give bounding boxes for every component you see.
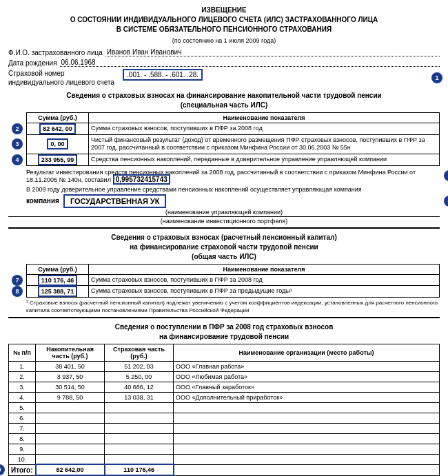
section3-row-8: 9.: [9, 444, 440, 454]
section2-header: Сведения о страховых взносах (расчетный …: [8, 233, 440, 262]
portfolio-label: (наименование инвестиционного портфеля): [8, 218, 440, 225]
s3-nakop-7: [36, 433, 105, 444]
section1-row-2: 4 233 955, 99 Средства пенсионных накопл…: [27, 154, 440, 166]
s3-strah-6: [105, 423, 174, 433]
section1-header: Сведения о страховых взносах на финансир…: [8, 91, 440, 110]
col-amount-2: Сумма (руб.): [27, 264, 89, 274]
section3-row-7: 8.: [9, 433, 440, 444]
section1-table-container: Сумма (руб.) Наименование показателя 2 8…: [26, 112, 440, 166]
section3-row-4: 5.: [9, 402, 440, 413]
s3-org-9: [174, 454, 440, 464]
dob-row: Дата рождения 06.06.1968: [8, 59, 440, 67]
fio-row: Ф.И.О. застрахованного лица Иванов Иван …: [8, 48, 440, 56]
s3-num-8: 9.: [9, 444, 36, 454]
s3-org-1: ООО «Любимая работа»: [174, 371, 440, 382]
s3-nakop-6: [36, 423, 105, 433]
s3-strah-5: [105, 413, 174, 423]
s1-amount-val-0: 82 642, 00: [39, 123, 76, 134]
fio-value: Иванов Иван Иванович: [107, 48, 182, 56]
section-separator-1: [8, 227, 440, 229]
s2-amount-val-0: 110 176, 46: [38, 275, 78, 286]
section3-row-1: 2. 3 937, 50 5 250, 00 ООО «Любимая рабо…: [9, 371, 440, 382]
col-name-1: Наименование показателя: [89, 113, 440, 123]
govt-company-row: компания ГОСУДАРСТВЕННАЯ УК 6: [26, 194, 440, 208]
s1-desc-1: Чистый финансовый результат (доход) от в…: [89, 134, 440, 154]
badge-2: 2: [12, 123, 23, 134]
company-label-pre: компания: [26, 197, 59, 205]
s3-org-2: ООО «Главный заработок»: [174, 382, 440, 392]
s1-desc-0: Сумма страховых взносов, поступивших в П…: [89, 123, 440, 135]
section2-row-1: 8 125 388, 71 Сумма страховых взносов, п…: [27, 286, 440, 298]
s3-org-7: [174, 433, 440, 444]
total-nakop: 82 642,00: [36, 464, 105, 475]
snils-label2: индивидуального лицевого счета: [8, 79, 114, 86]
section3-table-container: № п/п Накопительная часть (руб.) Страхов…: [8, 344, 440, 476]
total-org-empty: [174, 464, 440, 475]
section2-table: Сумма (руб.) Наименование показателя 7 1…: [26, 264, 440, 298]
s2-desc-1: Сумма страховых взносов, поступивших в П…: [89, 286, 440, 298]
section3-row-9: 10.: [9, 454, 440, 464]
dob-dots: 06.06.1968: [60, 59, 440, 67]
s3-num-6: 7.: [9, 423, 36, 433]
col-nakop: Накопительная часть (руб.): [36, 344, 105, 361]
govt-company: ГОСУДАРСТВЕННАЯ УК: [63, 194, 167, 208]
col-name-2: Наименование показателя: [89, 264, 440, 274]
s3-org-5: [174, 413, 440, 423]
s3-strah-8: [105, 444, 174, 454]
snils-value: .001. - .588. - .601. .28.: [123, 69, 203, 81]
section3-row-5: 6.: [9, 413, 440, 423]
section2-note: ¹ Страховые взносы (расчетный пенсионный…: [26, 300, 440, 314]
badge-7: 7: [12, 275, 23, 286]
s3-num-7: 8.: [9, 433, 36, 444]
s3-num-9: 10.: [9, 454, 36, 464]
badge-6: 6: [444, 196, 448, 207]
s3-org-6: [174, 423, 440, 433]
col-org: Наименование организации (место работы): [174, 344, 440, 361]
s3-num-1: 2.: [9, 371, 36, 382]
s3-nakop-1: 3 937, 50: [36, 371, 105, 382]
snils-row: Страховой номер индивидуального лицевого…: [8, 69, 440, 87]
result-value: 0,995732415743: [113, 174, 170, 185]
badge-1: 1: [431, 72, 442, 83]
dob-label: Дата рождения: [8, 59, 57, 67]
s3-strah-2: 40 686, 12: [105, 382, 174, 392]
s1-amount-2: 4 233 955, 99: [27, 154, 89, 166]
s1-amount-val-1: 0, 00: [47, 138, 68, 149]
section3-row-3: 4. 9 788, 50 13 038, 31 ООО «Дополнитель…: [9, 392, 440, 402]
section3-table: № п/п Накопительная часть (руб.) Страхов…: [8, 344, 440, 476]
s3-nakop-2: 30 514, 50: [36, 382, 105, 392]
s3-strah-9: [105, 454, 174, 464]
s3-org-4: [174, 402, 440, 413]
badge-3: 3: [12, 138, 23, 149]
s2-amount-val-1: 125 388, 71: [38, 286, 78, 297]
fio-dots: Иванов Иван Иванович: [105, 48, 440, 56]
s3-org-8: [174, 444, 440, 454]
badge-4: 4: [12, 154, 23, 165]
dob-value: 06.06.1968: [61, 59, 96, 66]
s1-desc-2: Средства пенсионных накоплений, переданн…: [89, 154, 440, 166]
s3-nakop-5: [36, 413, 105, 423]
s3-strah-7: [105, 433, 174, 444]
s1-amount-1: 3 0, 00: [27, 134, 89, 154]
section1-table: Сумма (руб.) Наименование показателя 2 8…: [26, 112, 440, 166]
total-label-cell: 9 Итого:: [9, 464, 36, 475]
s3-org-0: ООО «Главная работа»: [174, 361, 440, 371]
s2-amount-1: 8 125 388, 71: [27, 286, 89, 298]
result-text: Результат инвестирования средств пенсион…: [26, 169, 416, 183]
s3-nakop-8: [36, 444, 105, 454]
result-row: Результат инвестирования средств пенсион…: [26, 168, 440, 183]
s3-nakop-4: [36, 402, 105, 413]
section1-row-1: 3 0, 00 Чистый финансовый результат (дох…: [27, 134, 440, 154]
s3-nakop-0: 38 401, 50: [36, 361, 105, 371]
s3-strah-4: [105, 402, 174, 413]
section2-row-0: 7 110 176, 46 Сумма страховых взносов, п…: [27, 274, 440, 286]
s3-num-2: 3.: [9, 382, 36, 392]
s3-num-5: 6.: [9, 413, 36, 423]
s3-num-4: 5.: [9, 402, 36, 413]
s3-strah-3: 13 038, 31: [105, 392, 174, 402]
col-num: № п/п: [9, 344, 36, 361]
s3-strah-1: 5 250, 00: [105, 371, 174, 382]
s1-amount-val-2: 233 955, 99: [38, 154, 78, 165]
snils-label1: Страховой номер: [8, 70, 65, 77]
section-separator-2: [8, 317, 440, 318]
